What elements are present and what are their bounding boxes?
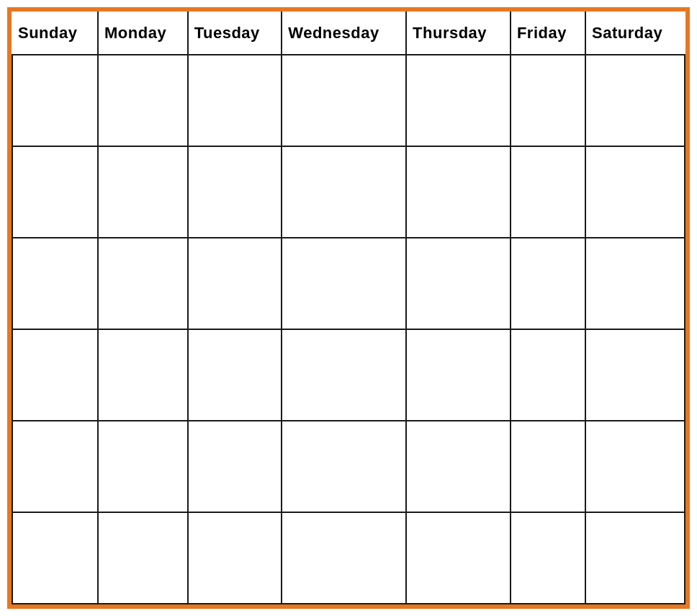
cell-w2-thu[interactable] bbox=[406, 146, 511, 238]
cell-w2-wed[interactable] bbox=[282, 146, 406, 238]
cell-w1-tue[interactable] bbox=[188, 55, 282, 146]
calendar-container: Sunday Monday Tuesday Wednesday Thursday… bbox=[7, 7, 690, 609]
cell-w6-sat[interactable] bbox=[585, 512, 685, 604]
cell-w2-tue[interactable] bbox=[188, 146, 282, 238]
week-row-1 bbox=[12, 55, 685, 146]
cell-w6-mon[interactable] bbox=[98, 512, 188, 604]
header-tuesday: Tuesday bbox=[188, 12, 282, 55]
week-row-6 bbox=[12, 512, 685, 604]
cell-w1-wed[interactable] bbox=[282, 55, 406, 146]
cell-w6-sun[interactable] bbox=[12, 512, 98, 604]
cell-w5-sun[interactable] bbox=[12, 421, 98, 512]
cell-w5-fri[interactable] bbox=[511, 421, 585, 512]
cell-w1-thu[interactable] bbox=[406, 55, 511, 146]
cell-w1-sat[interactable] bbox=[585, 55, 685, 146]
cell-w3-mon[interactable] bbox=[98, 238, 188, 329]
cell-w5-thu[interactable] bbox=[406, 421, 511, 512]
cell-w4-sat[interactable] bbox=[585, 329, 685, 421]
header-monday: Monday bbox=[98, 12, 188, 55]
cell-w6-thu[interactable] bbox=[406, 512, 511, 604]
cell-w3-sat[interactable] bbox=[585, 238, 685, 329]
cell-w6-wed[interactable] bbox=[282, 512, 406, 604]
week-row-3 bbox=[12, 238, 685, 329]
cell-w3-tue[interactable] bbox=[188, 238, 282, 329]
cell-w2-sat[interactable] bbox=[585, 146, 685, 238]
cell-w5-mon[interactable] bbox=[98, 421, 188, 512]
header-saturday: Saturday bbox=[585, 12, 685, 55]
cell-w6-fri[interactable] bbox=[511, 512, 585, 604]
cell-w3-wed[interactable] bbox=[282, 238, 406, 329]
cell-w3-sun[interactable] bbox=[12, 238, 98, 329]
cell-w4-tue[interactable] bbox=[188, 329, 282, 421]
cell-w1-sun[interactable] bbox=[12, 55, 98, 146]
day-header-row: Sunday Monday Tuesday Wednesday Thursday… bbox=[12, 12, 685, 55]
cell-w5-sat[interactable] bbox=[585, 421, 685, 512]
cell-w4-thu[interactable] bbox=[406, 329, 511, 421]
cell-w4-mon[interactable] bbox=[98, 329, 188, 421]
cell-w2-sun[interactable] bbox=[12, 146, 98, 238]
week-row-2 bbox=[12, 146, 685, 238]
week-row-5 bbox=[12, 421, 685, 512]
cell-w1-fri[interactable] bbox=[511, 55, 585, 146]
cell-w4-wed[interactable] bbox=[282, 329, 406, 421]
header-thursday: Thursday bbox=[406, 12, 511, 55]
header-friday: Friday bbox=[511, 12, 585, 55]
week-row-4 bbox=[12, 329, 685, 421]
cell-w3-thu[interactable] bbox=[406, 238, 511, 329]
header-wednesday: Wednesday bbox=[282, 12, 406, 55]
header-sunday: Sunday bbox=[12, 12, 98, 55]
cell-w2-fri[interactable] bbox=[511, 146, 585, 238]
cell-w4-fri[interactable] bbox=[511, 329, 585, 421]
cell-w5-wed[interactable] bbox=[282, 421, 406, 512]
calendar-table: Sunday Monday Tuesday Wednesday Thursday… bbox=[12, 12, 685, 604]
cell-w4-sun[interactable] bbox=[12, 329, 98, 421]
cell-w3-fri[interactable] bbox=[511, 238, 585, 329]
cell-w2-mon[interactable] bbox=[98, 146, 188, 238]
cell-w6-tue[interactable] bbox=[188, 512, 282, 604]
cell-w1-mon[interactable] bbox=[98, 55, 188, 146]
cell-w5-tue[interactable] bbox=[188, 421, 282, 512]
